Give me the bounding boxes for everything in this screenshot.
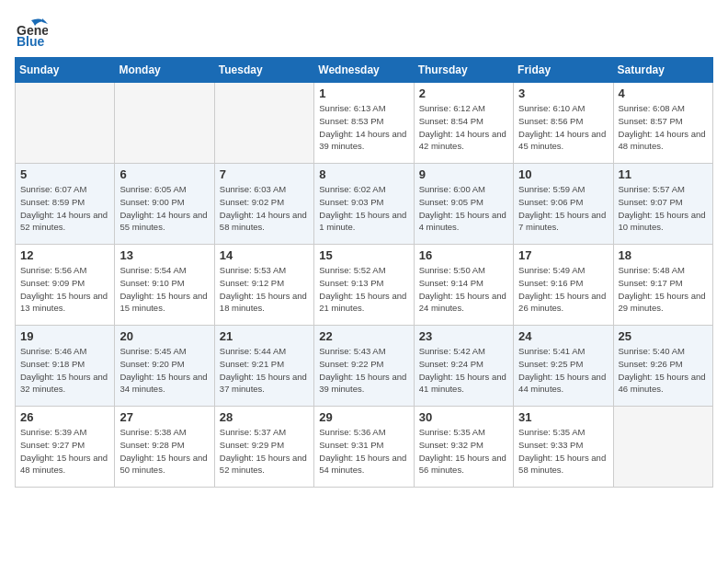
day-info: Sunrise: 5:50 AMSunset: 9:14 PMDaylight:… xyxy=(419,265,506,313)
day-info: Sunrise: 5:35 AMSunset: 9:33 PMDaylight:… xyxy=(518,427,606,475)
day-info: Sunrise: 5:38 AMSunset: 9:28 PMDaylight:… xyxy=(119,427,207,475)
day-info: Sunrise: 6:03 AMSunset: 9:02 PMDaylight:… xyxy=(220,184,307,232)
day-info: Sunrise: 5:40 AMSunset: 9:26 PMDaylight:… xyxy=(619,346,706,394)
day-info: Sunrise: 6:12 AMSunset: 8:54 PMDaylight:… xyxy=(419,103,506,151)
day-number: 12 xyxy=(20,248,109,262)
day-number: 1 xyxy=(319,86,408,100)
day-number: 9 xyxy=(419,167,508,181)
logo-icon: General Blue xyxy=(15,15,48,48)
day-number: 18 xyxy=(619,248,708,262)
day-number: 27 xyxy=(119,410,209,424)
calendar-cell: 7 Sunrise: 6:03 AMSunset: 9:02 PMDayligh… xyxy=(214,164,313,245)
day-info: Sunrise: 6:07 AMSunset: 8:59 PMDaylight:… xyxy=(20,184,108,232)
calendar-cell: 14 Sunrise: 5:53 AMSunset: 9:12 PMDaylig… xyxy=(214,245,313,326)
day-info: Sunrise: 5:52 AMSunset: 9:13 PMDaylight:… xyxy=(319,265,406,313)
calendar-cell: 28 Sunrise: 5:37 AMSunset: 9:29 PMDaylig… xyxy=(214,407,313,488)
calendar-cell: 15 Sunrise: 5:52 AMSunset: 9:13 PMDaylig… xyxy=(314,245,414,326)
calendar-cell xyxy=(115,83,214,164)
calendar-cell: 26 Sunrise: 5:39 AMSunset: 9:27 PMDaylig… xyxy=(16,407,115,488)
weekday-monday: Monday xyxy=(115,58,214,83)
calendar-table: SundayMondayTuesdayWednesdayThursdayFrid… xyxy=(15,57,713,488)
day-info: Sunrise: 5:41 AMSunset: 9:25 PMDaylight:… xyxy=(518,346,606,394)
day-number: 24 xyxy=(518,329,608,343)
calendar-cell: 29 Sunrise: 5:36 AMSunset: 9:31 PMDaylig… xyxy=(314,407,414,488)
calendar-cell: 5 Sunrise: 6:07 AMSunset: 8:59 PMDayligh… xyxy=(16,164,115,245)
calendar-cell: 25 Sunrise: 5:40 AMSunset: 9:26 PMDaylig… xyxy=(613,326,712,407)
day-info: Sunrise: 6:05 AMSunset: 9:00 PMDaylight:… xyxy=(119,184,207,232)
week-row-4: 19 Sunrise: 5:46 AMSunset: 9:18 PMDaylig… xyxy=(16,326,713,407)
day-info: Sunrise: 5:49 AMSunset: 9:16 PMDaylight:… xyxy=(518,265,606,313)
day-info: Sunrise: 5:48 AMSunset: 9:17 PMDaylight:… xyxy=(619,265,706,313)
page-header: General Blue xyxy=(15,15,713,48)
weekday-header-row: SundayMondayTuesdayWednesdayThursdayFrid… xyxy=(16,58,713,83)
week-row-3: 12 Sunrise: 5:56 AMSunset: 9:09 PMDaylig… xyxy=(16,245,713,326)
calendar-cell: 2 Sunrise: 6:12 AMSunset: 8:54 PMDayligh… xyxy=(414,83,513,164)
day-info: Sunrise: 5:35 AMSunset: 9:32 PMDaylight:… xyxy=(419,427,506,475)
calendar-cell: 19 Sunrise: 5:46 AMSunset: 9:18 PMDaylig… xyxy=(16,326,115,407)
day-info: Sunrise: 5:42 AMSunset: 9:24 PMDaylight:… xyxy=(419,346,506,394)
day-info: Sunrise: 5:54 AMSunset: 9:10 PMDaylight:… xyxy=(119,265,207,313)
day-number: 26 xyxy=(20,410,109,424)
day-number: 23 xyxy=(419,329,508,343)
day-number: 4 xyxy=(619,86,708,100)
day-info: Sunrise: 5:59 AMSunset: 9:06 PMDaylight:… xyxy=(518,184,606,232)
calendar-cell: 12 Sunrise: 5:56 AMSunset: 9:09 PMDaylig… xyxy=(16,245,115,326)
weekday-wednesday: Wednesday xyxy=(314,58,414,83)
day-number: 3 xyxy=(518,86,608,100)
day-info: Sunrise: 5:45 AMSunset: 9:20 PMDaylight:… xyxy=(119,346,207,394)
day-info: Sunrise: 5:57 AMSunset: 9:07 PMDaylight:… xyxy=(619,184,706,232)
calendar-cell: 20 Sunrise: 5:45 AMSunset: 9:20 PMDaylig… xyxy=(115,326,214,407)
calendar-cell: 23 Sunrise: 5:42 AMSunset: 9:24 PMDaylig… xyxy=(414,326,513,407)
day-number: 14 xyxy=(220,248,309,262)
day-number: 5 xyxy=(20,167,109,181)
day-info: Sunrise: 6:02 AMSunset: 9:03 PMDaylight:… xyxy=(319,184,406,232)
day-number: 29 xyxy=(319,410,408,424)
day-info: Sunrise: 6:13 AMSunset: 8:53 PMDaylight:… xyxy=(319,103,406,151)
calendar-cell: 9 Sunrise: 6:00 AMSunset: 9:05 PMDayligh… xyxy=(414,164,513,245)
day-number: 21 xyxy=(220,329,309,343)
day-info: Sunrise: 5:53 AMSunset: 9:12 PMDaylight:… xyxy=(220,265,307,313)
week-row-2: 5 Sunrise: 6:07 AMSunset: 8:59 PMDayligh… xyxy=(16,164,713,245)
svg-text:Blue: Blue xyxy=(17,34,45,48)
day-info: Sunrise: 6:10 AMSunset: 8:56 PMDaylight:… xyxy=(518,103,606,151)
weekday-friday: Friday xyxy=(514,58,613,83)
calendar-cell: 4 Sunrise: 6:08 AMSunset: 8:57 PMDayligh… xyxy=(613,83,712,164)
day-number: 30 xyxy=(419,410,508,424)
calendar-cell: 27 Sunrise: 5:38 AMSunset: 9:28 PMDaylig… xyxy=(115,407,214,488)
calendar-cell: 3 Sunrise: 6:10 AMSunset: 8:56 PMDayligh… xyxy=(514,83,613,164)
day-info: Sunrise: 5:43 AMSunset: 9:22 PMDaylight:… xyxy=(319,346,406,394)
calendar-cell: 21 Sunrise: 5:44 AMSunset: 9:21 PMDaylig… xyxy=(214,326,313,407)
day-number: 17 xyxy=(518,248,608,262)
day-info: Sunrise: 5:39 AMSunset: 9:27 PMDaylight:… xyxy=(20,427,108,475)
day-info: Sunrise: 5:44 AMSunset: 9:21 PMDaylight:… xyxy=(220,346,307,394)
day-info: Sunrise: 5:56 AMSunset: 9:09 PMDaylight:… xyxy=(20,265,108,313)
calendar-cell: 16 Sunrise: 5:50 AMSunset: 9:14 PMDaylig… xyxy=(414,245,513,326)
weekday-sunday: Sunday xyxy=(16,58,115,83)
logo: General Blue xyxy=(15,15,51,48)
day-info: Sunrise: 5:36 AMSunset: 9:31 PMDaylight:… xyxy=(319,427,406,475)
day-info: Sunrise: 5:46 AMSunset: 9:18 PMDaylight:… xyxy=(20,346,108,394)
day-number: 15 xyxy=(319,248,408,262)
day-number: 31 xyxy=(518,410,608,424)
weekday-thursday: Thursday xyxy=(414,58,513,83)
weekday-tuesday: Tuesday xyxy=(214,58,313,83)
day-number: 19 xyxy=(20,329,109,343)
calendar-cell: 8 Sunrise: 6:02 AMSunset: 9:03 PMDayligh… xyxy=(314,164,414,245)
calendar-cell: 1 Sunrise: 6:13 AMSunset: 8:53 PMDayligh… xyxy=(314,83,414,164)
day-number: 28 xyxy=(220,410,309,424)
day-info: Sunrise: 6:08 AMSunset: 8:57 PMDaylight:… xyxy=(619,103,706,151)
calendar-cell: 18 Sunrise: 5:48 AMSunset: 9:17 PMDaylig… xyxy=(613,245,712,326)
day-number: 10 xyxy=(518,167,608,181)
day-number: 2 xyxy=(419,86,508,100)
day-number: 25 xyxy=(619,329,708,343)
calendar-cell: 31 Sunrise: 5:35 AMSunset: 9:33 PMDaylig… xyxy=(514,407,613,488)
calendar-cell: 6 Sunrise: 6:05 AMSunset: 9:00 PMDayligh… xyxy=(115,164,214,245)
calendar-cell xyxy=(613,407,712,488)
day-number: 7 xyxy=(220,167,309,181)
day-info: Sunrise: 5:37 AMSunset: 9:29 PMDaylight:… xyxy=(220,427,307,475)
day-number: 22 xyxy=(319,329,408,343)
calendar-cell: 17 Sunrise: 5:49 AMSunset: 9:16 PMDaylig… xyxy=(514,245,613,326)
week-row-1: 1 Sunrise: 6:13 AMSunset: 8:53 PMDayligh… xyxy=(16,83,713,164)
calendar-cell: 13 Sunrise: 5:54 AMSunset: 9:10 PMDaylig… xyxy=(115,245,214,326)
calendar-cell xyxy=(16,83,115,164)
